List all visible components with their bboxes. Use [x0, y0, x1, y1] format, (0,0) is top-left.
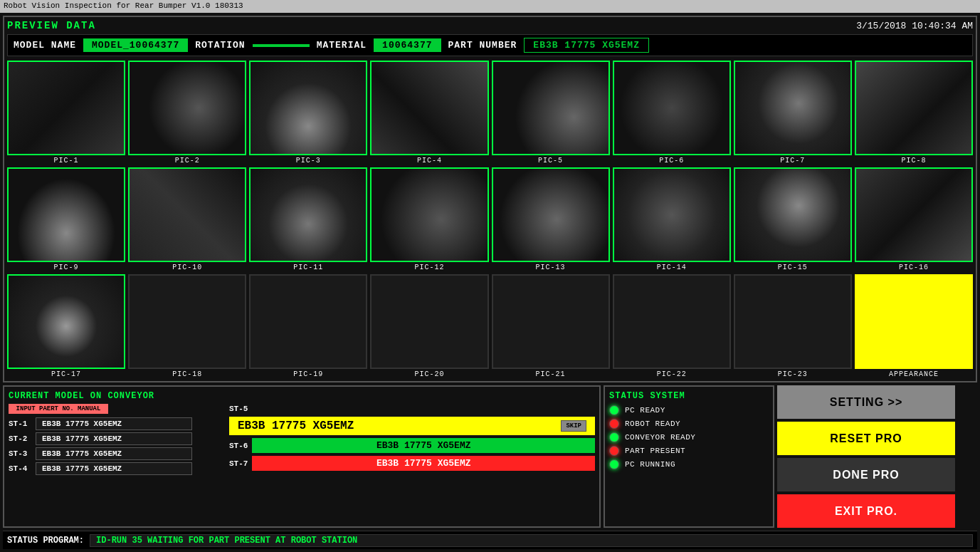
st2-value: EB3B 17775 XG5EMZ: [36, 432, 192, 445]
pic-cell-22[interactable]: PIC-22: [613, 274, 731, 378]
image-grid: PIC-1 PIC-2 PIC-3 PIC-4 PIC-5 PIC-6: [7, 61, 973, 378]
status-bar: STATUS PROGRAM: ID-RUN 35 WAITING FOR PA…: [3, 531, 977, 549]
pic-label-12: PIC-12: [414, 264, 444, 271]
pic-cell-9[interactable]: PIC-9: [7, 167, 125, 271]
pic-image-3[interactable]: [249, 61, 367, 155]
pic-image-11[interactable]: [249, 167, 367, 262]
pic-image-4[interactable]: [370, 61, 488, 155]
pic-cell-appearance[interactable]: APPEARANCE: [855, 274, 973, 378]
st4-label: ST-4: [9, 464, 31, 473]
pic-image-19[interactable]: [249, 274, 367, 369]
pic-cell-20[interactable]: PIC-20: [370, 274, 488, 378]
st2-row: ST-2 EB3B 17775 XG5EMZ: [9, 432, 222, 445]
material-value: 10064377: [374, 38, 441, 52]
st6-label: ST-6: [229, 442, 248, 450]
pic-cell-14[interactable]: PIC-14: [613, 167, 731, 271]
pic-cell-16[interactable]: PIC-16: [855, 167, 973, 271]
pic-image-17[interactable]: [7, 274, 125, 369]
pic-cell-15[interactable]: PIC-15: [734, 167, 852, 271]
pic-cell-3[interactable]: PIC-3: [249, 61, 367, 165]
pic-label-1: PIC-1: [54, 157, 79, 165]
led-robot-ready: [609, 419, 619, 429]
done-button[interactable]: DONE PRO: [777, 458, 955, 491]
input-manual-button[interactable]: INPUT PAERT NO. MANUAL: [9, 404, 108, 414]
pic-image-1[interactable]: [7, 61, 125, 155]
pic-cell-7[interactable]: PIC-7: [734, 61, 852, 165]
pic-cell-18[interactable]: PIC-18: [128, 274, 246, 378]
pic-cell-17[interactable]: PIC-17: [7, 274, 125, 378]
pic-label-3: PIC-3: [296, 157, 321, 165]
st4-row: ST-4 EB3B 17775 XG5EMZ: [9, 462, 222, 475]
pic-label-4: PIC-4: [417, 157, 442, 165]
st1-value: EB3B 17775 XG5EMZ: [36, 417, 192, 430]
bottom-section: CURRENT MODEL ON CONVEYOR INPUT PAERT NO…: [3, 385, 977, 528]
pic-image-7[interactable]: [734, 61, 852, 155]
st-left-panel: INPUT PAERT NO. MANUAL ST-1 EB3B 17775 X…: [9, 404, 222, 522]
pic-image-21[interactable]: [492, 274, 610, 369]
pic-label-19: PIC-19: [293, 370, 323, 378]
pic-label-9: PIC-9: [54, 264, 79, 271]
datetime-display: 3/15/2018 10:40:34 AM: [856, 21, 973, 31]
pic-image-2[interactable]: [128, 61, 246, 155]
pic-image-15[interactable]: [734, 167, 852, 262]
pic-label-8: PIC-8: [901, 157, 926, 165]
setting-button[interactable]: SETTING >>: [777, 385, 955, 419]
status-section: STATUS SYSTEM PC READY ROBOT READY CONVE…: [604, 385, 774, 528]
pic-cell-1[interactable]: PIC-1: [7, 61, 125, 165]
model-info-bar: MODEL NAME MODEL_10064377 ROTATION MATER…: [7, 34, 973, 56]
st1-label: ST-1: [9, 420, 31, 428]
pic-image-appearance[interactable]: [855, 274, 973, 369]
reset-button[interactable]: RESET PRO: [777, 422, 955, 455]
st7-value: EB3B 17775 XG5EMZ: [252, 456, 595, 471]
pic-image-13[interactable]: [492, 167, 610, 262]
pic-cell-19[interactable]: PIC-19: [249, 274, 367, 378]
pic-image-20[interactable]: [370, 274, 488, 369]
pic-cell-2[interactable]: PIC-2: [128, 61, 246, 165]
pic-image-8[interactable]: [855, 61, 973, 155]
pic-label-appearance: APPEARANCE: [889, 370, 939, 378]
pic-cell-23[interactable]: PIC-23: [734, 274, 852, 378]
preview-title: PREVIEW DATA: [7, 20, 96, 31]
pic-cell-21[interactable]: PIC-21: [492, 274, 610, 378]
exit-button[interactable]: EXIT PRO.: [777, 494, 955, 528]
st5-label-row: ST-5: [229, 404, 595, 414]
pic-image-16[interactable]: [855, 167, 973, 262]
pic-image-14[interactable]: [613, 167, 731, 262]
pic-cell-5[interactable]: PIC-5: [492, 61, 610, 165]
part-number-value: EB3B 17775 XG5EMZ: [524, 38, 649, 53]
led-conveyor-ready: [609, 432, 619, 442]
pic-cell-6[interactable]: PIC-6: [613, 61, 731, 165]
pic-image-12[interactable]: [370, 167, 488, 262]
pic-image-22[interactable]: [613, 274, 731, 369]
pic-cell-8[interactable]: PIC-8: [855, 61, 973, 165]
status-row-conveyor-ready: CONVEYOR READY: [609, 432, 769, 442]
pic-cell-12[interactable]: PIC-12: [370, 167, 488, 271]
status-system-title: STATUS SYSTEM: [609, 391, 769, 401]
st3-value: EB3B 17775 XG5EMZ: [36, 447, 192, 460]
conveyor-section: CURRENT MODEL ON CONVEYOR INPUT PAERT NO…: [3, 385, 601, 528]
pic-cell-13[interactable]: PIC-13: [492, 167, 610, 271]
pic-label-13: PIC-13: [536, 264, 566, 271]
pic-image-10[interactable]: [128, 167, 246, 262]
pic-image-5[interactable]: [492, 61, 610, 155]
pic-cell-10[interactable]: PIC-10: [128, 167, 246, 271]
part-number-label: PART NUMBER: [448, 40, 517, 51]
led-part-present: [609, 446, 619, 456]
pic-label-23: PIC-23: [778, 370, 808, 378]
st7-row: ST-7 EB3B 17775 XG5EMZ: [229, 456, 595, 471]
pic-label-18: PIC-18: [172, 370, 202, 378]
status-row-pc-ready: PC READY: [609, 405, 769, 415]
pic-cell-11[interactable]: PIC-11: [249, 167, 367, 271]
rotation-value: [253, 44, 310, 47]
pic-image-9[interactable]: [7, 167, 125, 262]
pic-image-23[interactable]: [734, 274, 852, 369]
pic-image-18[interactable]: [128, 274, 246, 369]
pic-cell-4[interactable]: PIC-4: [370, 61, 488, 165]
model-name-value: MODEL_10064377: [83, 38, 188, 52]
pic-image-6[interactable]: [613, 61, 731, 155]
skip-button[interactable]: SKIP: [561, 420, 586, 432]
status-row-robot-ready: ROBOT READY: [609, 419, 769, 429]
status-program-label: STATUS PROGRAM:: [7, 536, 84, 546]
st3-label: ST-3: [9, 449, 31, 458]
status-label-robot-ready: ROBOT READY: [625, 420, 680, 428]
